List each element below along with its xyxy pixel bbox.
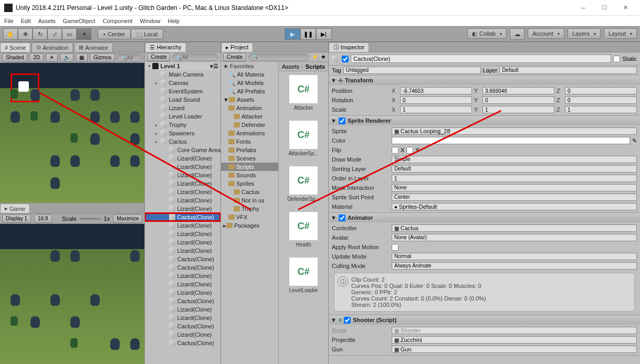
folder-item[interactable]: Prefabs (221, 146, 278, 154)
tree-row[interactable]: Lizard(Clone) (145, 280, 221, 288)
shaded-dropdown[interactable]: Shaded (2, 53, 27, 62)
rot-z[interactable] (565, 97, 637, 104)
order-field[interactable] (392, 175, 637, 182)
pos-y[interactable] (482, 87, 554, 94)
aspect-dropdown[interactable]: 16:9 (34, 215, 51, 223)
folder-item[interactable]: Sprites (221, 179, 278, 188)
tree-row[interactable]: ▸Cactus (145, 137, 221, 146)
scale-slider[interactable] (80, 218, 101, 220)
folder-item[interactable]: Scenes (221, 154, 278, 163)
audio-toggle[interactable]: 🔊 (60, 53, 74, 62)
hand-tool[interactable]: ✋ (3, 28, 18, 40)
step-button[interactable]: ▶| (316, 28, 332, 40)
tree-row[interactable]: Lizard(Clone) (145, 179, 221, 188)
project-tab[interactable]: ▸ Project (221, 42, 253, 52)
game-view[interactable] (0, 224, 144, 364)
cloud-button[interactable]: ☁ (510, 28, 524, 40)
sortlayer-field[interactable]: Default (392, 165, 637, 173)
projectile-field[interactable]: ▦ Zucchini (392, 336, 637, 344)
star-icon[interactable]: ★ (321, 53, 326, 60)
tree-row[interactable]: Cactus(Clone) (145, 297, 221, 305)
2d-toggle[interactable]: 2D (29, 53, 44, 62)
tree-row[interactable]: EventSystem (145, 87, 221, 95)
pivot-button[interactable]: ▪ Center (98, 29, 131, 39)
breadcrumb[interactable]: Assets › Scripts (279, 62, 328, 71)
material-field[interactable]: ● Sprites-Default (392, 203, 637, 210)
folder-item[interactable]: Cactus (221, 188, 278, 196)
account-dropdown[interactable]: Account (528, 28, 564, 39)
scale-tool[interactable]: ⤢ (47, 28, 62, 40)
tree-row[interactable]: Cactus(Clone) (145, 263, 221, 272)
tree-row[interactable]: Lizard(Clone) (145, 330, 221, 339)
transform-header[interactable]: ▼ ⊹ Transform (329, 76, 640, 85)
flip-y[interactable] (406, 147, 413, 154)
folder-item[interactable]: ▼Assets (221, 95, 278, 104)
tree-row[interactable]: Cactus(Clone) (145, 322, 221, 330)
tree-row[interactable]: Cactus(Clone) (145, 339, 221, 347)
color-field[interactable] (392, 137, 630, 144)
tree-row[interactable]: Lizard(Clone) (145, 314, 221, 322)
tree-row[interactable]: Lizard(Clone) (145, 288, 221, 297)
maximize-button[interactable]: Maximize (113, 215, 142, 223)
play-button[interactable]: ▶ (285, 28, 300, 40)
tree-row[interactable]: Lizard(Clone) (145, 272, 221, 280)
folder-item[interactable]: Animation (221, 104, 278, 112)
mask-field[interactable]: None (392, 184, 637, 191)
scl-x[interactable] (400, 106, 472, 113)
asset-item[interactable]: C#DefenderSp... (282, 166, 325, 202)
tree-row[interactable]: Lizard(Clone) (145, 205, 221, 213)
eyedropper-icon[interactable]: ✎ (632, 137, 637, 144)
asset-item[interactable]: C#Attacker (282, 74, 325, 111)
hierarchy-tree[interactable]: ▼ Level 1 ▾☰ Main Camera▸CanvasEventSyst… (145, 62, 221, 364)
cullmode-field[interactable]: Always Animate (392, 262, 637, 270)
tree-row[interactable]: Level Loader (145, 112, 221, 121)
scl-y[interactable] (482, 106, 554, 113)
tag-dropdown[interactable]: Untagged (343, 67, 481, 74)
tree-row[interactable]: Lizard(Clone) (145, 238, 221, 247)
project-folder-tree[interactable]: ★ Favorites 🔍 All Materia 🔍 All Models 🔍… (221, 62, 279, 364)
folder-item[interactable]: Fonts (221, 137, 278, 146)
tree-row[interactable]: Lizard(Clone) (145, 196, 221, 205)
folder-item[interactable]: VFX (221, 213, 278, 221)
scl-z[interactable] (565, 106, 637, 113)
tree-row[interactable]: Lizard(Clone) (145, 221, 221, 230)
light-toggle[interactable]: ☀ (46, 53, 58, 62)
tree-row[interactable]: ▸Canvas (145, 79, 221, 87)
avatar-field[interactable]: None (Avatar) (392, 234, 637, 241)
hierarchy-create[interactable]: Create (147, 53, 170, 61)
rot-y[interactable] (482, 97, 554, 104)
tree-row[interactable]: Main Camera (145, 70, 221, 79)
breadcrumb-assets[interactable]: Assets (282, 63, 299, 70)
space-button[interactable]: ⬚ Local (131, 29, 163, 39)
tree-row[interactable]: Lizard(Clone) (145, 163, 221, 171)
tree-row[interactable]: Lizard (145, 104, 221, 112)
menu-assets[interactable]: Assets (38, 18, 56, 24)
asset-item[interactable]: C#Health (282, 211, 325, 248)
project-search[interactable]: 🔍 (248, 53, 309, 61)
active-checkbox[interactable] (342, 56, 349, 62)
display-dropdown[interactable]: Display 1 (2, 215, 31, 223)
sprite-field[interactable]: ▦ Cactus Looping_28 (392, 127, 637, 135)
flip-x[interactable] (392, 147, 398, 154)
hierarchy-search[interactable]: 🔍All (172, 53, 218, 61)
filter-icon[interactable]: ⚡ (311, 53, 319, 60)
tree-row[interactable]: Cactus(Clone) (145, 213, 221, 221)
sortpoint-field[interactable]: Center (392, 194, 637, 201)
project-create[interactable]: Create (223, 53, 246, 61)
menu-gameobject[interactable]: GameObject (63, 18, 96, 24)
rect-tool[interactable]: ▭ (62, 28, 77, 40)
folder-item[interactable]: Defender (221, 121, 278, 129)
script-field[interactable]: ▦ Shooter (392, 327, 637, 334)
tab-scene[interactable]: # Scene (0, 42, 30, 52)
hierarchy-tab[interactable]: ☰ Hierarchy (145, 42, 186, 52)
menu-file[interactable]: File (4, 18, 14, 24)
folder-item[interactable]: ★ Favorites (221, 62, 278, 70)
layout-dropdown[interactable]: Layout (604, 28, 637, 39)
tree-row[interactable]: Lizard(Clone) (145, 188, 221, 196)
tree-row[interactable]: Lizard(Clone) (145, 230, 221, 238)
menu-help[interactable]: Help (167, 18, 180, 24)
updatemode-field[interactable]: Normal (392, 253, 637, 260)
folder-item[interactable]: 🔍 All Prefabs (221, 87, 278, 95)
folder-item[interactable]: ▸Packages (221, 221, 278, 230)
rot-x[interactable] (400, 97, 472, 104)
